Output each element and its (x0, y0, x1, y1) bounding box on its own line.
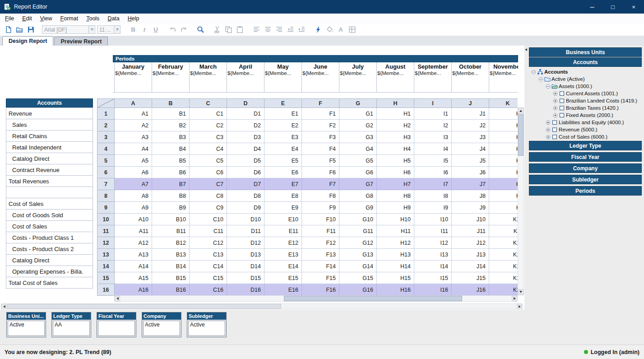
grid-cell-E10[interactable]: E10 (264, 214, 302, 225)
filter-panel-value[interactable]: AA (53, 321, 89, 328)
column-header-C[interactable]: C (190, 99, 227, 108)
grid-cell-H7[interactable]: H7 (377, 178, 414, 190)
canvas-scrollbar-thumb[interactable] (7, 304, 281, 309)
row-header-7[interactable]: 7 (97, 178, 115, 190)
canvas-scroll-right-button[interactable] (517, 304, 522, 309)
grid-cell-E16[interactable]: E16 (264, 284, 302, 296)
grid-cell-I7[interactable]: I7 (414, 178, 452, 190)
grid-cell-B13[interactable]: B13 (152, 249, 190, 261)
periods-header[interactable]: Periods (113, 55, 518, 62)
grid-cell-D14[interactable]: D14 (227, 261, 264, 272)
account-row[interactable]: Cost of Sales (6, 198, 93, 210)
align-right-icon[interactable] (273, 25, 284, 35)
grid-cell-C10[interactable]: C10 (190, 214, 227, 225)
grid-cell-G3[interactable]: G3 (339, 131, 377, 143)
period-column-june[interactable]: June${Membe... (302, 62, 339, 92)
paste-icon[interactable] (234, 25, 245, 35)
scroll-down-button[interactable] (518, 289, 524, 295)
grid-cell-A14[interactable]: A14 (115, 261, 152, 272)
account-row[interactable]: Sales (6, 119, 93, 131)
expand-node-icon[interactable] (552, 113, 558, 118)
grid-cell-K7[interactable]: K7 (489, 178, 518, 190)
grid-cell-H14[interactable]: H14 (377, 261, 414, 272)
grid-cell-C8[interactable]: C8 (190, 190, 227, 202)
filter-panel-list[interactable] (98, 321, 135, 336)
grid-cell-D3[interactable]: D3 (227, 131, 264, 143)
grid-cell-H11[interactable]: H11 (377, 225, 414, 237)
column-header-A[interactable]: A (115, 99, 152, 108)
row-header-4[interactable]: 4 (97, 143, 115, 155)
grid-cell-G12[interactable]: G12 (339, 237, 377, 249)
grid-cell-F4[interactable]: F4 (302, 143, 339, 155)
row-header-2[interactable]: 2 (97, 120, 115, 131)
grid-cell-J11[interactable]: J11 (452, 225, 489, 237)
grid-horizontal-scrollbar[interactable] (114, 295, 518, 302)
filter-panel-subledger[interactable]: SubledgerActive (187, 312, 227, 337)
grid-cell-G10[interactable]: G10 (339, 214, 377, 225)
grid-cell-A3[interactable]: A3 (115, 131, 152, 143)
grid-cell-H13[interactable]: H13 (377, 249, 414, 261)
grid-cell-C14[interactable]: C14 (190, 261, 227, 272)
bold-icon[interactable]: B (128, 25, 139, 35)
expand-node-icon[interactable] (552, 106, 558, 111)
grid-cell-B14[interactable]: B14 (152, 261, 190, 272)
scroll-up-button[interactable] (518, 108, 524, 114)
align-left-icon[interactable] (251, 25, 262, 35)
grid-cell-F3[interactable]: F3 (302, 131, 339, 143)
grid-cell-I16[interactable]: I16 (414, 284, 452, 296)
filter-panel-list[interactable]: Active (188, 321, 225, 336)
grid-cell-C12[interactable]: C12 (190, 237, 227, 249)
grid-cell-D2[interactable]: D2 (227, 120, 264, 131)
grid-cell-J14[interactable]: J14 (452, 261, 489, 272)
tree-node[interactable]: Brazilian Taxes (1420.) (531, 104, 642, 112)
grid-cell-J13[interactable]: J13 (452, 249, 489, 261)
grid-cell-J4[interactable]: J4 (452, 143, 489, 155)
account-row[interactable]: Total Cost of Sales (6, 277, 93, 289)
grid-cell-K12[interactable]: K12 (489, 237, 518, 249)
grid-cell-E13[interactable]: E13 (264, 249, 302, 261)
grid-cell-G4[interactable]: G4 (339, 143, 377, 155)
menu-help[interactable]: Help (124, 14, 144, 23)
grid-cell-J1[interactable]: J1 (452, 108, 489, 120)
grid-cell-K4[interactable]: K4 (489, 143, 518, 155)
grid-cell-H8[interactable]: H8 (377, 190, 414, 202)
grid-cell-A2[interactable]: A2 (115, 120, 152, 131)
grid-cell-K14[interactable]: K14 (489, 261, 518, 272)
row-header-9[interactable]: 9 (97, 202, 115, 214)
grid-cell-C9[interactable]: C9 (190, 202, 227, 214)
filter-panel-value[interactable]: Active (144, 321, 180, 328)
tree-node[interactable]: Active (Active) (531, 75, 642, 83)
search-icon[interactable] (195, 25, 206, 35)
row-header-8[interactable]: 8 (97, 190, 115, 202)
grid-cell-H9[interactable]: H9 (377, 202, 414, 214)
filter-panel-list[interactable]: Active (8, 321, 45, 336)
grid-cell-H5[interactable]: H5 (377, 155, 414, 167)
grid-cell-B16[interactable]: B16 (152, 284, 190, 296)
grid-cell-G2[interactable]: G2 (339, 120, 377, 131)
filter-panel-fiscal-year[interactable]: Fiscal Year (97, 312, 136, 337)
grid-cell-E12[interactable]: E12 (264, 237, 302, 249)
scroll-left-button[interactable] (115, 296, 120, 301)
grid-cell-E1[interactable]: E1 (264, 108, 302, 120)
grid-cell-I3[interactable]: I3 (414, 131, 452, 143)
column-header-K[interactable]: K (489, 99, 518, 108)
grid-cell-I12[interactable]: I12 (414, 237, 452, 249)
canvas-scroll-left-button[interactable] (1, 304, 7, 309)
period-column-may[interactable]: May${Membe... (264, 62, 302, 92)
grid-cell-J3[interactable]: J3 (452, 131, 489, 143)
grid-cell-I11[interactable]: I11 (414, 225, 452, 237)
menu-file[interactable]: File (1, 14, 18, 23)
grid-cell-B6[interactable]: B6 (152, 167, 190, 178)
filter-panel-list[interactable]: Active (143, 321, 180, 336)
menu-tools[interactable]: Tools (82, 14, 103, 23)
period-column-october[interactable]: October${Membe... (452, 62, 489, 92)
grid-cell-D16[interactable]: D16 (227, 284, 264, 296)
grid-cell-D7[interactable]: D7 (227, 178, 264, 190)
grid-cell-K2[interactable]: K2 (489, 120, 518, 131)
sidebar-panel-fiscal-year[interactable]: Fiscal Year (529, 152, 642, 162)
column-header-H[interactable]: H (377, 99, 414, 108)
font-size-combo[interactable]: 11 ... (97, 25, 120, 34)
period-column-september[interactable]: September${Membe... (414, 62, 452, 92)
row-header-15[interactable]: 15 (97, 272, 115, 284)
grid-cell-D15[interactable]: D15 (227, 272, 264, 284)
